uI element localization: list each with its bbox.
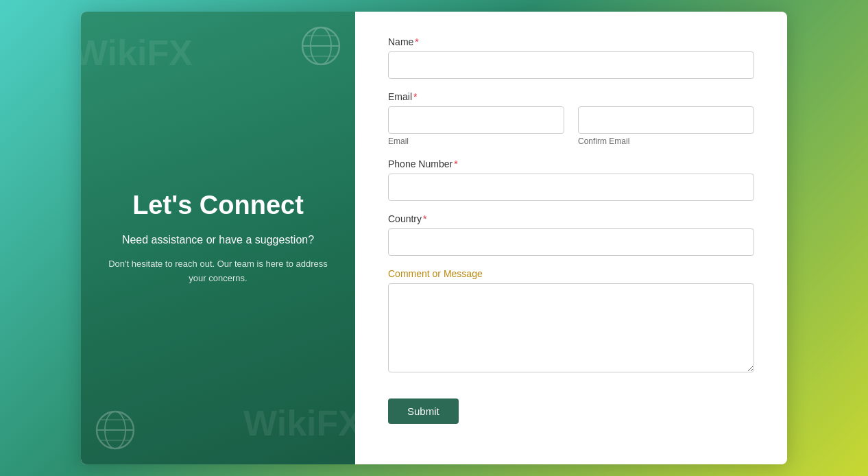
email-input[interactable]	[388, 106, 564, 134]
confirm-email-sublabel: Confirm Email	[578, 136, 754, 146]
submit-button[interactable]: Submit	[388, 398, 459, 424]
phone-label: Phone Number*	[388, 158, 754, 169]
comment-field-group: Comment or Message	[388, 268, 754, 375]
phone-input[interactable]	[388, 174, 754, 201]
globe-icon-bottom	[95, 409, 136, 451]
confirm-email-input[interactable]	[578, 106, 754, 134]
left-title: Let's Connect	[132, 191, 304, 220]
email-required: *	[413, 91, 417, 102]
name-field-group: Name*	[388, 36, 754, 79]
country-input[interactable]	[388, 228, 754, 256]
email-row: Email Confirm Email	[388, 106, 754, 146]
phone-required: *	[454, 158, 457, 169]
name-label: Name*	[388, 36, 754, 47]
main-card: Let's Connect Need assistance or have a …	[81, 12, 787, 464]
page-wrapper: WikiFX WikiFX Let's Connect N	[0, 0, 868, 476]
globe-icon-top	[300, 25, 341, 67]
country-label: Country*	[388, 213, 754, 224]
name-required: *	[415, 36, 418, 47]
phone-field-group: Phone Number*	[388, 158, 754, 201]
email-input-wrapper: Email	[388, 106, 564, 146]
comment-textarea[interactable]	[388, 283, 754, 372]
contact-form: Name* Email* Email	[388, 36, 754, 424]
right-panel: Name* Email* Email	[355, 12, 787, 464]
left-subtitle: Need assistance or have a suggestion?	[122, 234, 314, 246]
email-field-group: Email* Email Confirm Email	[388, 91, 754, 146]
left-desc: Don't hesitate to reach out. Our team is…	[103, 257, 333, 286]
comment-label: Comment or Message	[388, 268, 754, 279]
email-label: Email*	[388, 91, 754, 102]
country-field-group: Country*	[388, 213, 754, 256]
email-sublabel: Email	[388, 136, 564, 146]
name-input[interactable]	[388, 51, 754, 79]
confirm-email-input-wrapper: Confirm Email	[578, 106, 754, 146]
country-required: *	[423, 213, 426, 224]
left-panel: Let's Connect Need assistance or have a …	[81, 12, 355, 464]
